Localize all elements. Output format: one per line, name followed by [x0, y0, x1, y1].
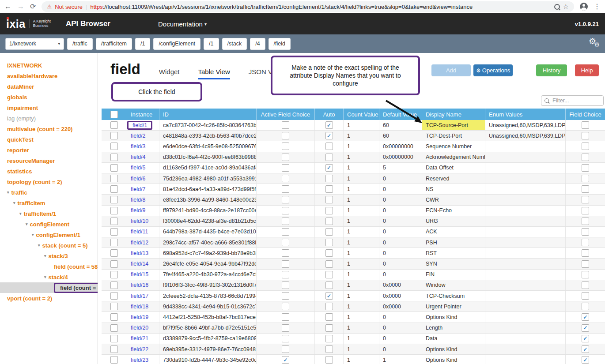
active-field-choice-checkbox[interactable]: [282, 207, 289, 214]
sidebar-item-trafficitem[interactable]: ▾trafficItem: [0, 198, 98, 208]
browser-menu-icon[interactable]: ⋮: [594, 3, 601, 10]
row-select-checkbox[interactable]: [110, 249, 118, 257]
auto-checkbox[interactable]: [325, 303, 333, 310]
tab-widget[interactable]: Widget: [159, 68, 180, 78]
active-field-choice-checkbox[interactable]: [282, 239, 289, 246]
instance-link[interactable]: field/18: [131, 304, 148, 310]
row-select-checkbox[interactable]: [110, 281, 118, 289]
active-field-choice-checkbox[interactable]: [282, 313, 289, 321]
crumb-1-trafficItem[interactable]: /trafficItem: [96, 38, 132, 50]
instance-link[interactable]: field/6: [131, 176, 145, 182]
not-secure-label[interactable]: Not secure: [55, 4, 83, 10]
crumb-4-1[interactable]: /1: [204, 38, 219, 50]
row-select-checkbox[interactable]: [110, 271, 118, 278]
instance-link[interactable]: field/23: [131, 357, 148, 363]
row-select-checkbox[interactable]: [110, 143, 118, 150]
instance-link[interactable]: field/20: [131, 325, 148, 331]
instance-link[interactable]: field/9: [131, 207, 145, 214]
active-field-choice-checkbox[interactable]: [282, 218, 289, 225]
field-choice-checkbox[interactable]: [582, 132, 589, 139]
field-choice-checkbox[interactable]: [582, 185, 589, 193]
tab-table-view[interactable]: Table View: [198, 68, 230, 79]
session-selector[interactable]: 1/ixnetwork ▾: [5, 38, 64, 50]
add-button[interactable]: Add: [431, 64, 471, 76]
auto-checkbox[interactable]: [325, 345, 333, 353]
field-choice-checkbox[interactable]: [582, 121, 589, 129]
instance-link[interactable]: field/17: [131, 293, 148, 299]
active-field-choice-checkbox[interactable]: [282, 121, 289, 129]
row-select-checkbox[interactable]: [110, 313, 118, 321]
active-field-choice-checkbox[interactable]: [282, 175, 289, 182]
history-button[interactable]: History: [536, 64, 567, 76]
sidebar-item-impairment[interactable]: impairment: [0, 102, 98, 113]
row-select-checkbox[interactable]: [110, 239, 118, 246]
active-field-choice-checkbox[interactable]: [282, 292, 289, 300]
auto-checkbox[interactable]: [325, 164, 333, 172]
documentation-menu[interactable]: Documentation▾: [158, 20, 207, 28]
auto-checkbox[interactable]: [325, 292, 333, 300]
tree-caret-icon[interactable]: ▾: [44, 275, 46, 279]
tree-caret-icon[interactable]: ▾: [32, 233, 34, 237]
active-field-choice-checkbox[interactable]: [282, 196, 289, 203]
crumb-6-4[interactable]: /4: [250, 38, 265, 50]
active-field-choice-checkbox[interactable]: [282, 324, 289, 332]
instance-link[interactable]: field/15: [131, 271, 148, 278]
field-choice-checkbox[interactable]: [582, 164, 589, 172]
settings-gears-icon[interactable]: ⚙⚙: [586, 38, 600, 49]
active-field-choice-checkbox[interactable]: [282, 154, 289, 161]
row-select-checkbox[interactable]: [110, 154, 118, 161]
sidebar-item-configelement-1[interactable]: ▾configElement/1: [0, 229, 98, 240]
instance-link[interactable]: field/8: [131, 197, 145, 203]
auto-checkbox[interactable]: [325, 324, 333, 332]
row-select-checkbox[interactable]: [110, 228, 118, 236]
row-select-checkbox[interactable]: [110, 132, 118, 139]
auto-checkbox[interactable]: [325, 239, 333, 246]
zoom-icon[interactable]: [554, 4, 560, 10]
sidebar-item-ixnetwork[interactable]: IXNETWORK: [0, 60, 98, 71]
field-choice-checkbox[interactable]: [582, 175, 589, 182]
field-choice-checkbox[interactable]: [582, 345, 589, 353]
sidebar-item-stack-4[interactable]: ▾stack/4: [0, 272, 98, 282]
field-choice-checkbox[interactable]: [582, 196, 589, 203]
active-field-choice-checkbox[interactable]: [282, 281, 289, 289]
auto-checkbox[interactable]: [325, 143, 333, 150]
active-field-choice-checkbox[interactable]: [282, 345, 289, 353]
auto-checkbox[interactable]: [325, 271, 333, 278]
sidebar-item-stack-count-5-[interactable]: ▾stack (count = 5): [0, 240, 98, 251]
crumb-3-configElement[interactable]: /configElement: [153, 38, 200, 50]
row-select-checkbox[interactable]: [110, 345, 118, 353]
tree-caret-icon[interactable]: ▾: [13, 201, 15, 205]
sidebar-item-field-count-83-[interactable]: field (count = 83): [0, 282, 98, 293]
sidebar-item-dataminer[interactable]: dataMiner: [0, 81, 98, 92]
sidebar-item-stack-3[interactable]: ▾stack/3: [0, 251, 98, 261]
instance-link[interactable]: field/2: [131, 133, 145, 139]
sidebar-item-vport-count-2-[interactable]: vport (count = 2): [0, 293, 98, 304]
auto-checkbox[interactable]: [325, 154, 333, 161]
field-choice-checkbox[interactable]: [582, 228, 589, 236]
instance-link[interactable]: field/12: [131, 240, 148, 246]
field-choice-checkbox[interactable]: [582, 239, 589, 246]
auto-checkbox[interactable]: [325, 218, 333, 225]
row-select-checkbox[interactable]: [110, 324, 118, 332]
active-field-choice-checkbox[interactable]: [282, 271, 289, 278]
field-choice-checkbox[interactable]: [582, 281, 589, 289]
bookmark-star-icon[interactable]: ☆: [563, 3, 569, 11]
row-select-checkbox[interactable]: [110, 292, 118, 300]
instance-link[interactable]: field/19: [131, 314, 148, 320]
profile-avatar-icon[interactable]: [580, 3, 588, 11]
sidebar-item-lag-empty-[interactable]: lag (empty): [0, 113, 98, 124]
instance-link[interactable]: field/14: [131, 261, 148, 267]
row-select-checkbox[interactable]: [110, 121, 118, 129]
instance-link[interactable]: field/10: [131, 218, 148, 224]
auto-checkbox[interactable]: [325, 175, 333, 182]
field-choice-checkbox[interactable]: [582, 154, 589, 161]
active-field-choice-checkbox[interactable]: [282, 260, 289, 268]
address-bar[interactable]: ⚠ Not secure | https://localhost:11009/#…: [42, 1, 574, 12]
instance-link[interactable]: field/3: [131, 143, 145, 150]
tree-caret-icon[interactable]: ▾: [44, 254, 46, 258]
sidebar-item-configelement[interactable]: ▾configElement: [0, 219, 98, 229]
instance-link[interactable]: field/13: [131, 250, 148, 256]
auto-checkbox[interactable]: [325, 335, 333, 342]
row-select-checkbox[interactable]: [110, 260, 118, 268]
filter-input[interactable]: [552, 97, 600, 104]
